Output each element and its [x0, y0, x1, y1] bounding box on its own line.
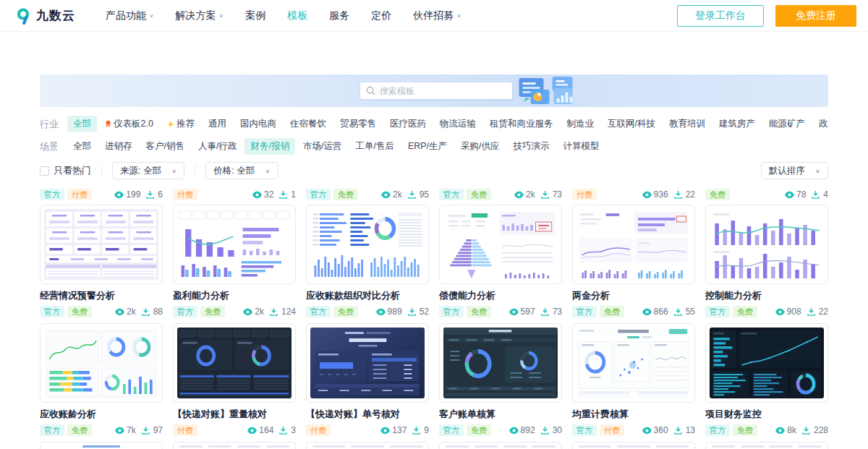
scene-pill-sales[interactable]: 客户/销售 [140, 138, 190, 155]
industry-pill-energy[interactable]: 能源矿产 [763, 116, 811, 132]
scene-pill-finance[interactable]: 财务/报销 [244, 138, 294, 155]
search-input[interactable] [380, 86, 506, 96]
logo[interactable]: 九数云 [14, 7, 75, 25]
nav-item-partners[interactable]: 伙伴招募 ∨ [413, 9, 461, 22]
sort-select-value: 默认排序 [769, 165, 805, 177]
industry-pill-general[interactable]: 通用 [203, 116, 232, 132]
industry-pill-logistics[interactable]: 物流运输 [434, 116, 482, 132]
nav-item-label: 定价 [371, 9, 391, 22]
template-card-partial[interactable] [705, 442, 828, 449]
free-badge: 免费 [467, 306, 491, 317]
chevron-down-icon: ∨ [265, 168, 270, 174]
scene-pill-erp[interactable]: ERP/生产 [402, 138, 453, 155]
industry-pill-education[interactable]: 教育培训 [663, 116, 711, 132]
search-box [360, 82, 512, 99]
paid-badge: 付费 [600, 424, 624, 436]
partial-card-footer[interactable]: 官方免费 2k95 [306, 189, 429, 200]
sort-select[interactable]: 默认排序 ∨ [761, 162, 828, 179]
template-card[interactable]: 盈利能力分析 官方免费 2k124 [173, 205, 296, 317]
template-card[interactable]: 客户账单核算 官方免费 89230 [439, 323, 562, 436]
industry-pill-retail[interactable]: 贸易零售 [334, 116, 382, 132]
partial-next-row [40, 442, 828, 449]
industry-pill-recommended[interactable]: 推荐 [161, 116, 200, 132]
template-card[interactable]: 项目财务监控 官方免费 8k228 [705, 323, 828, 436]
industry-pill-leasing[interactable]: 租赁和商业服务 [484, 116, 559, 132]
template-card-partial[interactable] [306, 442, 429, 449]
template-footer: 官方免费 86655 [572, 306, 695, 317]
scene-pill-inventory[interactable]: 进销存 [99, 138, 138, 155]
partial-card-footer[interactable]: 免费 784 [705, 189, 828, 200]
download-icon [541, 308, 550, 316]
industry-pill-ecommerce[interactable]: 国内电商 [234, 116, 282, 132]
template-card[interactable]: 控制能力分析 官方免费 90822 [705, 205, 828, 317]
nav-item-products[interactable]: 产品功能 ∨ [106, 9, 154, 22]
scene-pill-workorder[interactable]: 工单/售后 [349, 138, 399, 155]
industry-pill-all[interactable]: 全部 [67, 116, 97, 132]
scene-pill-calc[interactable]: 计算模型 [558, 138, 605, 155]
industry-pill-internet[interactable]: 互联网/科技 [602, 116, 661, 132]
price-select[interactable]: 价格: 全部 ∨ [205, 162, 278, 179]
official-badge: 官方 [572, 424, 597, 436]
nav-item-services[interactable]: 服务 [329, 9, 349, 22]
card-stats: 93622 [642, 189, 695, 200]
template-card[interactable]: 偿债能力分析 官方免费 59773 [439, 205, 562, 317]
hot-only-checkbox[interactable]: 只看热门 [40, 164, 91, 177]
partial-card-footer[interactable]: 官方免费 2k73 [439, 189, 562, 200]
template-card[interactable]: 经营情况预警分析 官方免费 2k88 [40, 205, 163, 317]
template-title: 应收账龄分析 [40, 408, 163, 421]
nav-item-solutions[interactable]: 解决方案 ∨ [176, 9, 224, 22]
paid-badge: 付费 [572, 189, 597, 200]
template-card[interactable]: 应收账龄分析 官方免费 7k97 [40, 323, 163, 436]
template-card[interactable]: 应收账款组织对比分析 官方免费 98952 [306, 205, 429, 317]
download-icon [541, 191, 550, 199]
template-card[interactable]: 均重计费核算 官方付费 36013 [572, 323, 695, 436]
nav-item-label: 模板 [287, 9, 307, 22]
free-register-button[interactable]: 免费注册 [775, 5, 856, 27]
template-card[interactable]: 两金分析 官方免费 86655 [572, 205, 695, 317]
template-card[interactable]: 【快递对账】重量核对 付费 1643 [173, 323, 296, 436]
partial-card-footer[interactable]: 付费 321 [173, 189, 296, 200]
chevron-down-icon: ∨ [456, 13, 461, 19]
partial-card-footer[interactable]: 付费 93622 [572, 189, 695, 200]
template-card-partial[interactable] [439, 442, 562, 449]
partial-card-footer[interactable]: 官方付费 1996 [40, 189, 163, 200]
industry-pill-dashboard2[interactable]: 仪表板2.0 [99, 116, 159, 132]
official-badge: 官方 [439, 424, 464, 436]
scene-pill-tips[interactable]: 技巧演示 [508, 138, 556, 155]
template-thumbnail [439, 205, 562, 284]
scene-pill-hr[interactable]: 人事/行政 [192, 138, 242, 155]
login-workspace-button[interactable]: 登录工作台 [677, 5, 764, 27]
eye-icon [509, 427, 519, 435]
industry-pill-medical[interactable]: 医疗医药 [384, 116, 432, 132]
template-footer: 付费 1643 [173, 424, 296, 436]
eye-icon [514, 191, 524, 199]
free-badge: 免费 [67, 306, 92, 317]
eye-icon [243, 308, 252, 316]
template-thumbnail [40, 323, 163, 403]
card-stats: 59773 [509, 307, 562, 317]
card-stats: 7k97 [115, 425, 163, 435]
nav-item-cases[interactable]: 案例 [245, 9, 265, 22]
download-icon [270, 308, 279, 316]
scene-pill-all[interactable]: 全部 [67, 138, 97, 155]
card-stats: 1379 [380, 425, 429, 435]
download-icon [279, 191, 289, 199]
industry-pill-realestate[interactable]: 建筑房产 [713, 116, 761, 132]
template-card[interactable]: 【快递对账】单号核对 付费 1379 [306, 323, 429, 436]
template-card-partial[interactable] [572, 442, 695, 449]
industry-pill-hospitality[interactable]: 住宿餐饮 [284, 116, 332, 132]
nav-item-pricing[interactable]: 定价 [371, 9, 391, 22]
divider [101, 165, 102, 176]
template-title: 均重计费核算 [572, 408, 695, 421]
nav-item-templates[interactable]: 模板 [287, 9, 307, 22]
industry-pill-manufacturing[interactable]: 制造业 [561, 116, 600, 132]
template-card-partial[interactable] [40, 442, 163, 449]
industry-label: 行业 [40, 118, 67, 131]
industry-pill-government[interactable]: 政府单位 [813, 116, 828, 132]
download-icon [674, 427, 684, 435]
scene-pill-procurement[interactable]: 采购/供应 [455, 138, 505, 155]
scene-pill-marketing[interactable]: 市场/运营 [297, 138, 347, 155]
free-badge: 免费 [333, 306, 358, 317]
source-select[interactable]: 来源: 全部 ∨ [112, 162, 184, 179]
template-card-partial[interactable] [173, 442, 296, 449]
